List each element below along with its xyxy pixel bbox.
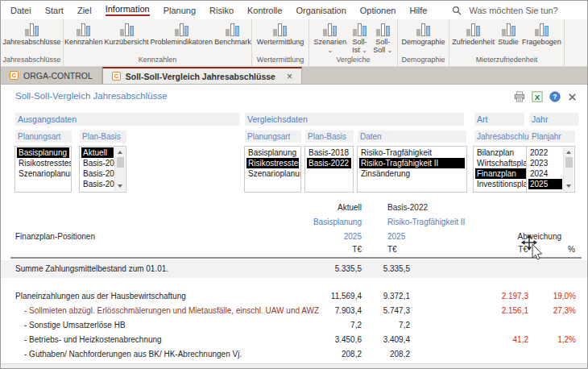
listbox-planungsart-ausgang[interactable]: Basisplanung Risikostresstest Szenariopl… (14, 146, 72, 193)
col2-year-label: 2025 (387, 232, 405, 241)
demographie-button[interactable]: Demographie (400, 22, 445, 46)
scrollbar[interactable] (114, 147, 125, 191)
list-option[interactable]: Szenarioplanung (17, 168, 69, 179)
problemindikatoren-button[interactable]: Problemindikatoren (150, 22, 214, 46)
col1-unit-label: T€ (352, 245, 362, 254)
table-row-planeinzahlungen: Planeinzahlungen aus der Hausbewirtschaf… (1, 289, 587, 304)
ribbon-group-vergleiche: Szenarien ⌄ Soll- Ist ⌄ Soll- Soll ⌄ Ver… (309, 19, 398, 66)
scroll-up-icon[interactable] (566, 151, 571, 154)
menu-item-kontrolle[interactable]: Kontrolle (247, 6, 282, 15)
ribbon-group-demographie: Demographie Demographie (398, 19, 449, 66)
scroll-thumb[interactable] (117, 157, 124, 168)
list-option[interactable]: Zinsänderung (359, 168, 465, 179)
menu-item-start[interactable]: Start (45, 6, 64, 15)
wertermittlung-button[interactable]: Wertermittlung (256, 22, 304, 46)
tab-soll-soll-vergleich[interactable]: C Soll-Soll-Vergleich Jahresabschlüsse × (102, 67, 302, 84)
table-row-betriebskosten: - Betriebs- und Heizkostenabrechnung 3.4… (1, 333, 587, 347)
studie-button[interactable]: Studie (497, 22, 520, 46)
soll-ist-dropdown-button[interactable]: Soll- Ist ⌄ (351, 22, 369, 54)
szenarien-dropdown-button[interactable]: Szenarien ⌄ (313, 22, 348, 54)
list-option[interactable]: Investitionsplan (475, 179, 526, 189)
row-abweichung-te: 2.197,3 (410, 289, 528, 304)
menu-item-ziel[interactable]: Ziel (77, 6, 92, 15)
label-jahresabschluss: Jahresabschluss (474, 131, 529, 143)
menu-item-risiko[interactable]: Risiko (209, 6, 234, 15)
print-icon[interactable] (514, 91, 525, 102)
list-option[interactable]: Bilanzplan (475, 147, 526, 158)
menu-item-organisation[interactable]: Organisation (296, 6, 346, 15)
menu-item-optionen[interactable]: Optionen (360, 6, 396, 15)
list-option[interactable]: Risiko-Tragfähigkeit (359, 147, 465, 158)
kurzuebersicht-button[interactable]: Kurzübersicht (104, 22, 150, 46)
ribbon-group-wertermittlung: Wertermittlung Wertermittlung (252, 19, 309, 66)
tell-me-search[interactable]: Was möchten Sie tun? (452, 6, 557, 15)
list-option[interactable]: Basisplanung (17, 147, 69, 158)
listbox-planjahr[interactable]: 2022 2023 2024 2025 (526, 146, 575, 193)
tab-orga-control[interactable]: C ORGA-CONTROL (1, 67, 102, 84)
listbox-plan-basis-vergleich[interactable]: Basis-2018 Basis-2022 (304, 146, 354, 193)
list-option[interactable]: 2023 (528, 158, 562, 168)
list-option[interactable]: 2024 (528, 168, 562, 179)
row-label: Summe Zahlungsmittelbestand zum 01.01. (15, 260, 282, 278)
menu-item-information[interactable]: Information (106, 4, 150, 16)
bar-chart-icon (416, 22, 432, 36)
menu-item-hilfe[interactable]: Hilfe (409, 6, 427, 15)
abweichung-pct-unit-label: % (568, 245, 575, 254)
list-option[interactable]: Szenarioplanung (246, 168, 299, 179)
scroll-up-icon[interactable] (118, 151, 122, 154)
label-plan-basis-ausgang: Plan-Basis (80, 131, 126, 143)
label-planungsart-ausgang: Planungsart (15, 131, 72, 143)
list-option[interactable]: Risikostresstest (17, 158, 69, 168)
table-row-sollmieten: - Sollmieten abzügl. Erlösschmälerungen … (1, 304, 587, 318)
ribbon-group-label: Wertermittlung (252, 56, 308, 66)
list-option[interactable]: Finanzplan (475, 168, 526, 179)
listbox-daten[interactable]: Risiko-Tragfähigkeit Risiko-Tragfähigkei… (357, 146, 467, 193)
list-option[interactable]: Basis-2018 (307, 147, 351, 158)
col2-unit-label: T€ (387, 245, 397, 254)
zufriedenheit-button[interactable]: Zufriedenheit (451, 22, 495, 46)
help-icon[interactable]: ? (549, 91, 561, 102)
menu-item-planung[interactable]: Planung (164, 6, 196, 15)
list-option[interactable]: 2025 (528, 179, 562, 189)
list-option[interactable]: Basis-2012 (81, 168, 114, 179)
col2-plan-label: Risiko-Tragfähigkeit II (387, 218, 465, 226)
list-option[interactable]: 2022 (528, 147, 562, 158)
tab-close-icon[interactable]: × (287, 71, 292, 82)
row-label: - Guthaben/ Nachforderungen aus BK/ HK-A… (15, 347, 282, 362)
row-abweichung-pct: 19,0% (528, 289, 576, 304)
scrollbar[interactable] (563, 147, 574, 191)
list-option[interactable]: Wirtschaftsplan (475, 158, 526, 168)
kennzahlen-button[interactable]: Kennzahlen (64, 22, 104, 46)
chevron-down-icon: ⌄ (362, 47, 367, 54)
jahresabschluesse-button[interactable]: Jahresabschlüsse (2, 22, 61, 46)
list-option[interactable]: Aktuell (81, 147, 114, 158)
ribbon: Jahresabschlüsse Jahresabschlüsse Kennza… (1, 19, 587, 67)
list-option[interactable]: Risiko-Tragfähigkeit II (359, 158, 465, 168)
ribbon-filler (565, 19, 587, 66)
bar-chart-icon (322, 22, 338, 36)
listbox-plan-basis-ausgang[interactable]: Aktuell Basis-2008 Basis-2012 Basis-2013 (79, 146, 126, 193)
section-vergleichsdaten: Vergleichsdaten (245, 113, 464, 126)
menu-item-datei[interactable]: Datei (10, 6, 31, 15)
scroll-down-icon[interactable] (566, 184, 571, 188)
row-value-plan: 7.903,4 (282, 304, 362, 318)
scroll-down-icon[interactable] (118, 184, 122, 188)
listbox-planungsart-vergleich[interactable]: Basisplanung Risikostresstest Szenariopl… (244, 146, 301, 193)
list-option[interactable]: Basis-2008 (81, 158, 114, 168)
list-option[interactable]: Basis-2022 (307, 158, 351, 168)
soll-soll-dropdown-button[interactable]: Soll- Soll ⌄ (372, 22, 393, 54)
list-option[interactable]: Basis-2013 (81, 179, 114, 189)
benchmark-button[interactable]: Benchmark (213, 22, 252, 46)
bar-chart-icon (533, 22, 549, 36)
close-icon[interactable] (567, 92, 578, 102)
listbox-jahresabschluss[interactable]: Bilanzplan Wirtschaftsplan Finanzplan In… (473, 146, 528, 193)
fragebogen-button[interactable]: Fragebogen (521, 22, 562, 46)
excel-export-icon[interactable]: X (532, 91, 543, 102)
ribbon-group-kennzahlen: Kennzahlen Kurzübersicht Problemindikato… (64, 19, 252, 66)
ribbon-group-jahresabschluesse: Jahresabschlüsse Jahresabschlüsse (1, 19, 64, 66)
svg-text:X: X (535, 93, 540, 102)
list-option[interactable]: Basisplanung (246, 147, 299, 158)
scroll-thumb[interactable] (565, 157, 573, 168)
list-option[interactable]: Risikostresstest (246, 158, 299, 168)
label-daten: Daten (358, 131, 466, 143)
